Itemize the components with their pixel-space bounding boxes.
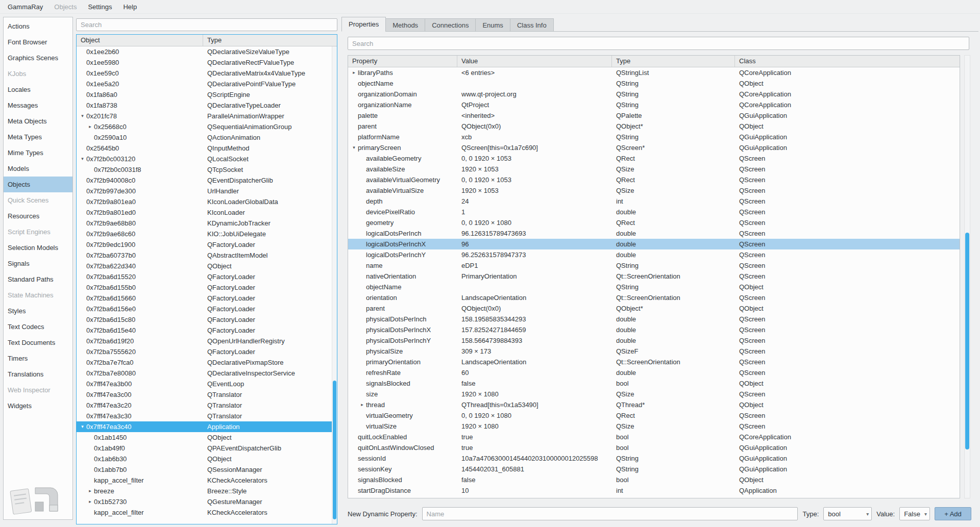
object-tree-row[interactable]: 0x7f2ba622d340QObject (77, 261, 337, 271)
sidebar-item-quick-scenes[interactable]: Quick Scenes (4, 192, 72, 208)
property-row[interactable]: signalsBlockedfalseboolQObject (348, 474, 960, 485)
object-tree-row[interactable]: 0x7fff47ea3c00QTranslator (77, 389, 337, 400)
object-tree-row[interactable]: 0x7f2ba7e7fca0QDeclarativePixmapStore (77, 357, 337, 368)
property-row[interactable]: objectNameQStringQObject (348, 282, 960, 292)
object-tree-row[interactable]: ▾0x201fc78ParallelAnimationWrapper (77, 111, 337, 121)
object-tree-row[interactable]: 0x1ee2b60QDeclarativeSizeValueType (77, 46, 337, 57)
property-row[interactable]: organizationNameQtProjectQStringQCoreApp… (348, 99, 960, 110)
object-tree-row[interactable]: 0x7f2b940008c0QEventDispatcherGlib (77, 175, 337, 186)
property-row[interactable]: refreshRate60doubleQScreen (348, 367, 960, 378)
property-row[interactable]: nativeOrientationPrimaryOrientationQt::S… (348, 271, 960, 282)
sidebar-item-models[interactable]: Models (4, 161, 72, 177)
property-row[interactable]: depth24intQScreen (348, 196, 960, 207)
object-tree-row[interactable]: 0x1fa8738QDeclarativeTypeLoader (77, 100, 337, 111)
object-tree-row[interactable]: ▾0x7fff47ea3c40Application (77, 421, 337, 432)
sidebar-item-objects[interactable]: Objects (4, 177, 72, 192)
type-select[interactable]: bool ▾ (823, 507, 872, 520)
property-row[interactable]: palette<inherited>QPaletteQGuiApplicatio… (348, 110, 960, 121)
column-header-type[interactable]: Type (203, 35, 337, 46)
object-tree-row[interactable]: 0x7f2ba60737b0QAbstractItemModel (77, 250, 337, 261)
tab-properties[interactable]: Properties (341, 17, 386, 32)
object-tree-row[interactable]: 0x1ee5980QDeclarativeRectFValueType (77, 57, 337, 68)
column-header-property[interactable]: Property (348, 56, 457, 67)
object-tree-row[interactable]: 0x1fa86a0QScriptEngine (77, 89, 337, 100)
property-row[interactable]: sessionId10a7a47063000145440203100000012… (348, 453, 960, 464)
object-tree-row[interactable]: ▸0x1b52730QGestureManager (77, 496, 337, 507)
sidebar-item-translations[interactable]: Translations (4, 366, 72, 382)
tab-class-info[interactable]: Class Info (510, 18, 554, 32)
object-tree-row[interactable]: 0x2590a10QActionAnimation (77, 132, 337, 143)
object-tree-row[interactable]: 0x7f2b9a801ed0KIconLoader (77, 207, 337, 218)
property-row[interactable]: availableVirtualSize1920 × 1053QSizeQScr… (348, 185, 960, 196)
property-row[interactable]: virtualSize1920 × 1080QSizeQScreen (348, 421, 960, 432)
tab-enums[interactable]: Enums (475, 18, 510, 32)
property-row[interactable]: signalsBlockedfalseboolQObject (348, 378, 960, 389)
property-row[interactable]: logicalDotsPerInchX96doubleQScreen (348, 239, 960, 249)
sidebar-item-locales[interactable]: Locales (4, 82, 72, 97)
property-row[interactable]: availableSize1920 × 1053QSizeQScreen (348, 164, 960, 174)
object-tree-row[interactable]: 0x1ab6b30QObject (77, 454, 337, 464)
property-row[interactable]: availableGeometry0, 0 1920 × 1053QRectQS… (348, 153, 960, 164)
property-row[interactable]: geometry0, 0 1920 × 1080QRectQScreen (348, 217, 960, 228)
property-row[interactable]: parentQObject(0x0)QObject*QObject (348, 121, 960, 132)
property-row[interactable]: ▾primaryScreenQScreen[this=0x1a7c690]QSc… (348, 142, 960, 153)
property-row[interactable]: logicalDotsPerInchY96.252631578947373dou… (348, 249, 960, 260)
scrollbar-thumb[interactable] (333, 381, 336, 519)
object-tree-row[interactable]: 0x7f2b9ae68c60KIO::JobUiDelegate (77, 229, 337, 239)
object-tree-row[interactable]: 0x1ab1450QObject (77, 432, 337, 443)
property-row[interactable]: parentQObject(0x0)QObject*QObject (348, 303, 960, 314)
object-tree-row[interactable]: 0x7fff47ea3b00QEventLoop (77, 379, 337, 389)
object-tree-row[interactable]: 0x7f2b9edc1900QFactoryLoader (77, 239, 337, 250)
property-row[interactable]: logicalDotsPerInch96.126315789473693doub… (348, 228, 960, 239)
sidebar-item-web-inspector[interactable]: Web Inspector (4, 382, 72, 398)
tab-methods[interactable]: Methods (385, 18, 425, 32)
property-row[interactable]: startDragDistance10intQApplication (348, 485, 960, 496)
object-tree-row[interactable]: 0x7f2b997de300UrlHandler (77, 186, 337, 196)
property-row[interactable]: physicalDotsPerInchX157.82524271844659do… (348, 324, 960, 335)
property-row[interactable]: platformNamexcbQStringQGuiApplication (348, 132, 960, 142)
object-tree-row[interactable]: 0x1ee59c0QDeclarativeMatrix4x4ValueType (77, 68, 337, 79)
sidebar-item-standard-paths[interactable]: Standard Paths (4, 271, 72, 287)
sidebar-item-text-documents[interactable]: Text Documents (4, 335, 72, 350)
expander-icon[interactable]: ▸ (86, 486, 94, 496)
menu-settings[interactable]: Settings (82, 0, 117, 14)
property-row[interactable]: physicalDotsPerInch158.19585835344293dou… (348, 314, 960, 324)
object-tree-row[interactable]: 0x7f2ba6d156e0QFactoryLoader (77, 304, 337, 314)
expander-icon[interactable]: ▸ (350, 67, 358, 78)
object-tree-row[interactable]: kapp_accel_filterKCheckAccelerators (77, 475, 337, 486)
property-search-input[interactable] (348, 37, 969, 50)
expander-icon[interactable]: ▸ (358, 399, 366, 410)
object-tree-row[interactable]: 0x7f2ba6d15e40QFactoryLoader (77, 325, 337, 336)
object-tree-row[interactable]: 0x7f2b9a801ea0KIconLoaderGlobalData (77, 196, 337, 207)
object-tree-row[interactable]: 0x7f2ba7e80080QDeclarativeInspectorServi… (77, 368, 337, 379)
expander-icon[interactable]: ▾ (79, 421, 86, 432)
object-tree-row[interactable]: 0x1ee5a20QDeclarativePointFValueType (77, 79, 337, 89)
property-row[interactable]: ▸threadQThread[this=0x1a53490]QThread*QO… (348, 399, 960, 410)
sidebar-item-kjobs[interactable]: KJobs (4, 66, 72, 82)
new-property-name-input[interactable] (422, 507, 798, 520)
sidebar-item-graphics-scenes[interactable]: Graphics Scenes (4, 50, 72, 66)
expander-icon[interactable]: ▸ (86, 496, 94, 507)
expander-icon[interactable]: ▾ (79, 111, 86, 121)
sidebar-item-actions[interactable]: Actions (4, 18, 72, 34)
object-tree-row[interactable]: 0x25645b0QInputMethod (77, 143, 337, 154)
property-row[interactable]: availableVirtualGeometry0, 0 1920 × 1053… (348, 174, 960, 185)
sidebar-item-resources[interactable]: Resources (4, 208, 72, 224)
sidebar-item-script-engines[interactable]: Script Engines (4, 224, 72, 240)
sidebar-item-styles[interactable]: Styles (4, 303, 72, 319)
object-tree-row[interactable]: 0x7f2b0c0031f8QTcpSocket (77, 164, 337, 175)
object-tree-row[interactable]: kapp_accel_filterKCheckAccelerators (77, 507, 337, 518)
sidebar-item-messages[interactable]: Messages (4, 97, 72, 113)
property-row[interactable]: primaryOrientationLandscapeOrientationQt… (348, 357, 960, 367)
property-row[interactable]: quitOnLastWindowClosedtrueboolQGuiApplic… (348, 442, 960, 453)
sidebar-item-text-codecs[interactable]: Text Codecs (4, 319, 72, 335)
expander-icon[interactable]: ▸ (86, 121, 94, 132)
menu-gammaray[interactable]: GammaRay (2, 0, 48, 14)
sidebar-item-timers[interactable]: Timers (4, 350, 72, 366)
add-button[interactable]: + Add (935, 507, 971, 520)
column-header-type[interactable]: Type (612, 56, 735, 67)
property-row[interactable]: nameeDP1QStringQScreen (348, 260, 960, 271)
sidebar-item-selection-models[interactable]: Selection Models (4, 240, 72, 256)
object-tree-row[interactable]: 0x7fff47ea3c30QTranslator (77, 411, 337, 421)
property-row[interactable]: virtualGeometry0, 0 1920 × 1080QRectQScr… (348, 410, 960, 421)
